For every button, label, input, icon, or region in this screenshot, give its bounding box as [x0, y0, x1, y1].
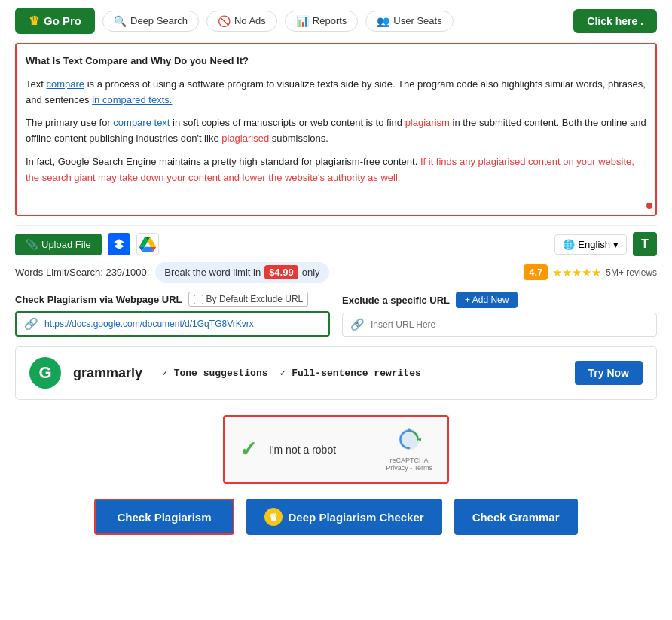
recaptcha-icon	[386, 427, 432, 457]
feature-no-ads-label: No Ads	[234, 15, 266, 26]
url-input-wrapper: 🔗	[15, 311, 330, 337]
captcha-area: ✓ I'm not a robot reCAPTCHA Privacy - Te…	[15, 415, 657, 484]
feature-reports[interactable]: 📊 Reports	[285, 11, 359, 32]
insert-url-wrapper: 🔗	[342, 313, 657, 337]
try-now-button[interactable]: Try Now	[575, 361, 643, 385]
svg-marker-1	[114, 243, 124, 249]
exclude-url-section: Exclude a specific URL + Add New 🔗	[342, 292, 657, 337]
captcha-label: I'm not a robot	[269, 444, 336, 456]
stars-rating: ★★★★★	[552, 266, 601, 279]
link-icon: 🔗	[24, 317, 38, 331]
upload-file-label: Upload File	[41, 239, 91, 250]
check-grammar-button[interactable]: Check Grammar	[454, 499, 578, 535]
add-new-button[interactable]: + Add New	[456, 292, 518, 308]
bottom-buttons: Check Plagiarism ♛ Deep Plagiarism Check…	[15, 499, 657, 535]
feature-user-seats-label: User Seats	[393, 15, 441, 26]
font-style-button[interactable]: T	[633, 232, 657, 256]
globe-icon: 🌐	[563, 239, 575, 250]
reports-icon: 📊	[296, 15, 309, 27]
only-label: only	[302, 267, 320, 278]
word-limit-pill: Break the word limit in $4.99 only	[155, 262, 328, 283]
rating-badge: 4.7	[524, 264, 548, 280]
grammarly-banner: G grammarly ✓ Tone suggestions ✓ Full-se…	[15, 346, 657, 400]
captcha-check-icon: ✓	[240, 437, 257, 462]
main-wrapper: ♛ Go Pro 🔍 Deep Search 🚫 No Ads 📊 Report…	[0, 0, 672, 620]
dropbox-icon[interactable]	[108, 233, 130, 255]
text-content: What Is Text Compare and Why Do you Need…	[26, 53, 646, 186]
words-limit-label: Words Limit/Search: 239/1000.	[15, 267, 149, 278]
language-selector[interactable]: 🌐 English ▾	[554, 234, 627, 255]
grammarly-name: grammarly	[73, 365, 142, 381]
crown-icon: ♛	[29, 14, 39, 28]
url-row: Check Plagiarism via Webpage URL By Defa…	[15, 292, 657, 337]
webpage-url-input[interactable]	[44, 319, 321, 329]
grammarly-feature-2: ✓ Full-sentence rewrites	[280, 367, 421, 379]
upload-file-button[interactable]: 📎 Upload File	[15, 234, 102, 255]
privacy-terms-text: Privacy - Terms	[386, 464, 432, 472]
check-plagiarism-button[interactable]: Check Plagiarism	[94, 499, 234, 535]
go-pro-label: Go Pro	[44, 14, 81, 27]
deep-plagiarism-button[interactable]: ♛ Deep Plagiarism Checker	[246, 499, 442, 535]
font-t-icon: T	[641, 237, 649, 251]
insert-url-input[interactable]	[371, 319, 649, 330]
recaptcha-widget: reCAPTCHA Privacy - Terms	[386, 427, 432, 472]
search-icon: 🔍	[114, 15, 127, 27]
scrollbar-dot	[646, 203, 652, 209]
text-area-container[interactable]: What Is Text Compare and Why Do you Need…	[15, 43, 657, 216]
exclude-checkbox-text: By Default Exclude URL	[206, 294, 304, 304]
reviews-count: 5M+ reviews	[606, 267, 657, 278]
user-seats-icon: 👥	[377, 15, 389, 27]
captcha-box[interactable]: ✓ I'm not a robot reCAPTCHA Privacy - Te…	[223, 415, 449, 484]
break-limit-text: Break the word limit in	[164, 267, 261, 278]
chevron-down-icon: ▾	[613, 239, 619, 250]
words-row: Words Limit/Search: 239/1000. Break the …	[15, 262, 657, 283]
feature-deep-search[interactable]: 🔍 Deep Search	[102, 11, 199, 32]
feature-no-ads[interactable]: 🚫 No Ads	[206, 11, 277, 32]
grammarly-feature-1: ✓ Tone suggestions	[162, 367, 267, 379]
grammarly-g-letter: G	[38, 363, 51, 383]
grammarly-logo: G	[29, 357, 61, 389]
feature-user-seats[interactable]: 👥 User Seats	[365, 11, 453, 32]
deep-plagiarism-label: Deep Plagiarism Checker	[289, 511, 424, 524]
language-label: English	[578, 239, 610, 250]
top-bar: ♛ Go Pro 🔍 Deep Search 🚫 No Ads 📊 Report…	[15, 8, 657, 34]
text-heading: What Is Text Compare and Why Do you Need…	[26, 55, 249, 66]
upload-icon: 📎	[26, 239, 38, 250]
insert-link-icon: 🔗	[350, 318, 365, 331]
webpage-url-label: Check Plagiarism via Webpage URL By Defa…	[15, 292, 330, 307]
toolbar-row: 📎 Upload File 🌐 English ▾	[15, 225, 657, 256]
exclude-url-label: Exclude a specific URL + Add New	[342, 292, 657, 308]
feature-deep-search-label: Deep Search	[130, 15, 188, 26]
exclude-url-checkbox[interactable]	[194, 295, 203, 304]
go-pro-button[interactable]: ♛ Go Pro	[15, 8, 95, 34]
webpage-url-section: Check Plagiarism via Webpage URL By Defa…	[15, 292, 330, 337]
no-ads-icon: 🚫	[218, 15, 231, 27]
click-here-button[interactable]: Click here .	[573, 9, 657, 33]
rating-area: 4.7 ★★★★★ 5M+ reviews	[524, 264, 657, 280]
price-badge: $4.99	[264, 265, 298, 279]
google-drive-icon[interactable]	[136, 233, 159, 255]
recaptcha-text: reCAPTCHA	[386, 457, 432, 464]
crown-small-icon: ♛	[264, 508, 283, 526]
feature-reports-label: Reports	[313, 15, 347, 26]
exclude-url-checkbox-label[interactable]: By Default Exclude URL	[188, 292, 309, 307]
